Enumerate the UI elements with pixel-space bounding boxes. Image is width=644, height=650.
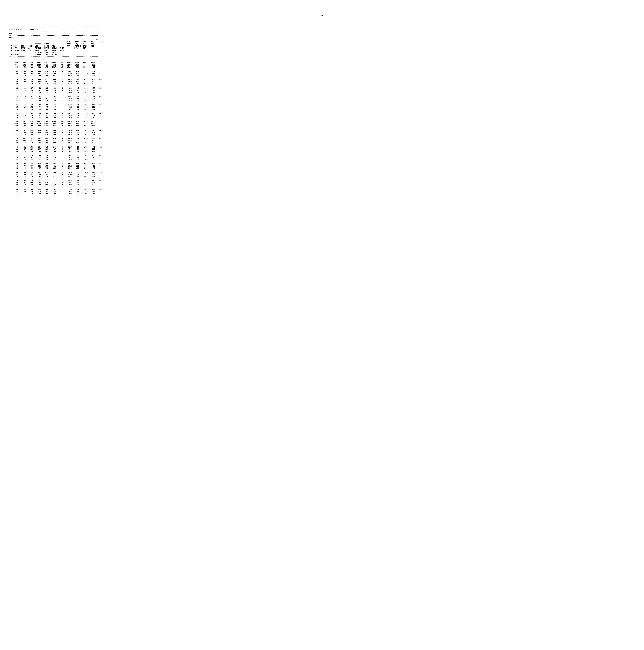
table-content: ----------------------------------------… — [9, 26, 635, 194]
page-number: 67 — [9, 15, 635, 17]
